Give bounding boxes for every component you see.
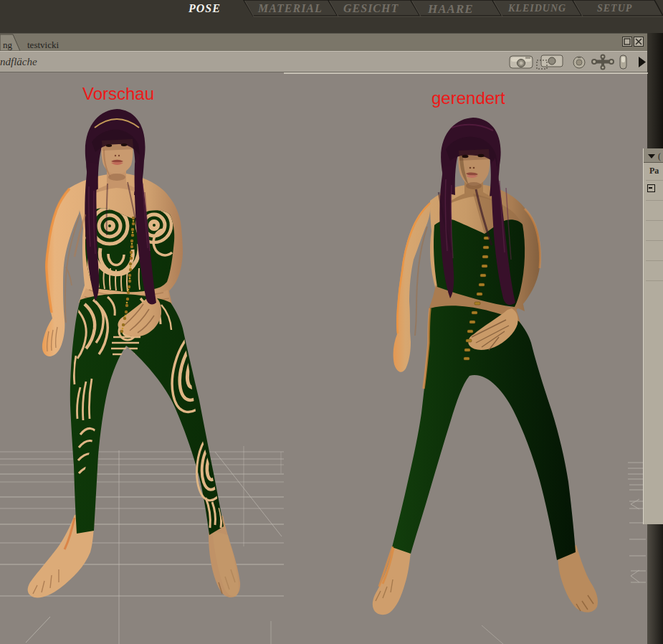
svg-text:(: ( (658, 151, 661, 161)
